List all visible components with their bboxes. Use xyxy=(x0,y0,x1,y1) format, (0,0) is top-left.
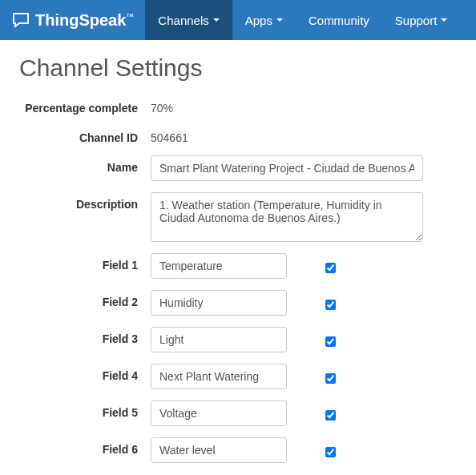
nav-channels[interactable]: Channels xyxy=(145,0,232,40)
caret-down-icon xyxy=(213,18,220,22)
nav-apps-label: Apps xyxy=(245,14,272,27)
row-field-4: Field 4 xyxy=(0,364,476,389)
brand-text: ThingSpeak xyxy=(35,11,126,29)
field-6-checkbox[interactable] xyxy=(325,447,336,457)
nav-support[interactable]: Support xyxy=(382,0,461,40)
field-3-label: Field 3 xyxy=(0,327,151,345)
row-description: Description 1. Weather station (Temperat… xyxy=(0,192,476,242)
field-5-label: Field 5 xyxy=(0,401,151,419)
field-3-checkbox[interactable] xyxy=(325,336,336,347)
field-5-checkbox[interactable] xyxy=(325,410,336,421)
nav-community-label: Community xyxy=(309,14,369,27)
field-4-checkbox[interactable] xyxy=(325,373,336,384)
field-4-label: Field 4 xyxy=(0,364,151,382)
row-field-5: Field 5 xyxy=(0,401,476,426)
row-field-2: Field 2 xyxy=(0,290,476,316)
field-1-checkbox[interactable] xyxy=(325,263,336,273)
trademark-icon: ™ xyxy=(126,12,134,21)
percentage-value: 70% xyxy=(151,96,173,115)
caret-down-icon xyxy=(441,18,447,22)
navbar: ThingSpeak™ Channels Apps Community Supp… xyxy=(0,0,476,40)
field-2-checkbox[interactable] xyxy=(325,300,336,310)
nav-items: Channels Apps Community Support xyxy=(145,0,460,40)
page-title: Channel Settings xyxy=(0,40,476,96)
description-label: Description xyxy=(0,192,151,211)
field-2-input[interactable] xyxy=(151,290,287,316)
field-5-input[interactable] xyxy=(151,401,287,426)
row-field-1: Field 1 xyxy=(0,253,476,279)
field-3-input[interactable] xyxy=(151,327,287,352)
brand-logo[interactable]: ThingSpeak™ xyxy=(0,0,145,40)
field-4-input[interactable] xyxy=(151,364,287,389)
nav-channels-label: Channels xyxy=(158,14,208,27)
nav-support-label: Support xyxy=(395,14,438,27)
nav-apps[interactable]: Apps xyxy=(232,0,296,40)
field-1-input[interactable] xyxy=(151,253,287,279)
channel-id-label: Channel ID xyxy=(0,126,151,144)
description-textarea[interactable]: 1. Weather station (Temperature, Humidit… xyxy=(151,192,423,242)
channel-id-value: 504661 xyxy=(151,126,188,144)
field-2-label: Field 2 xyxy=(0,290,151,308)
row-channel-id: Channel ID 504661 xyxy=(0,126,476,144)
row-percentage: Percentage complete 70% xyxy=(0,96,476,115)
row-field-3: Field 3 xyxy=(0,327,476,352)
field-6-label: Field 6 xyxy=(0,437,151,456)
field-1-label: Field 1 xyxy=(0,253,151,272)
caret-down-icon xyxy=(276,18,283,22)
speech-bubble-icon xyxy=(11,10,30,30)
name-label: Name xyxy=(0,155,151,174)
row-name: Name xyxy=(0,155,476,181)
nav-community[interactable]: Community xyxy=(296,0,382,40)
percentage-label: Percentage complete xyxy=(0,96,151,115)
field-6-input[interactable] xyxy=(151,437,287,463)
name-input[interactable] xyxy=(151,155,423,181)
row-field-6: Field 6 xyxy=(0,437,476,463)
